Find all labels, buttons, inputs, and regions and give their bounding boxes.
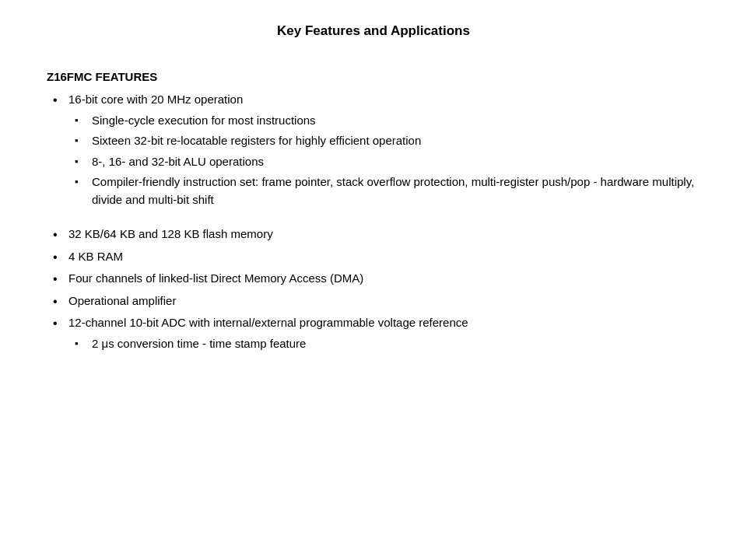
list-item-text: 2 μs conversion time - time stamp featur… xyxy=(92,337,306,350)
list-item-text: 8-, 16- and 32-bit ALU operations xyxy=(92,155,264,168)
list-item-text: Four channels of linked-list Direct Memo… xyxy=(68,271,363,285)
list-item: 32 KB/64 KB and 128 KB flash memory xyxy=(47,226,700,243)
sublist: Single-cycle execution for most instruct… xyxy=(68,112,700,209)
features-list: 16-bit core with 20 MHz operation Single… xyxy=(47,91,700,352)
list-item: Four channels of linked-list Direct Memo… xyxy=(47,270,700,288)
section-heading: Z16FMC FEATURES xyxy=(47,70,700,83)
list-item: 2 μs conversion time - time stamp featur… xyxy=(68,335,700,353)
list-item: Sixteen 32-bit re-locatable registers fo… xyxy=(68,132,700,150)
page-title: Key Features and Applications xyxy=(47,23,700,39)
list-item-text: Sixteen 32-bit re-locatable registers fo… xyxy=(92,134,421,147)
list-item: 4 KB RAM xyxy=(47,248,700,266)
sublist: 2 μs conversion time - time stamp featur… xyxy=(68,335,700,353)
list-item: Operational amplifier xyxy=(47,292,700,310)
list-item: 8-, 16- and 32-bit ALU operations xyxy=(68,153,700,171)
page: Key Features and Applications Z16FMC FEA… xyxy=(0,0,747,560)
list-item-text: 16-bit core with 20 MHz operation xyxy=(68,93,243,106)
list-item-text: 4 KB RAM xyxy=(68,250,123,263)
list-item: 16-bit core with 20 MHz operation Single… xyxy=(47,91,700,208)
list-item-text: Operational amplifier xyxy=(68,294,176,307)
list-item-text: Single-cycle execution for most instruct… xyxy=(92,114,316,127)
list-item-text: Compiler-friendly instruction set: frame… xyxy=(92,175,694,206)
list-item: 12-channel 10-bit ADC with internal/exte… xyxy=(47,314,700,352)
list-item-text: 32 KB/64 KB and 128 KB flash memory xyxy=(68,227,273,240)
list-item: Compiler-friendly instruction set: frame… xyxy=(68,173,700,208)
list-item-text: 12-channel 10-bit ADC with internal/exte… xyxy=(68,316,468,329)
list-item: Single-cycle execution for most instruct… xyxy=(68,112,700,130)
